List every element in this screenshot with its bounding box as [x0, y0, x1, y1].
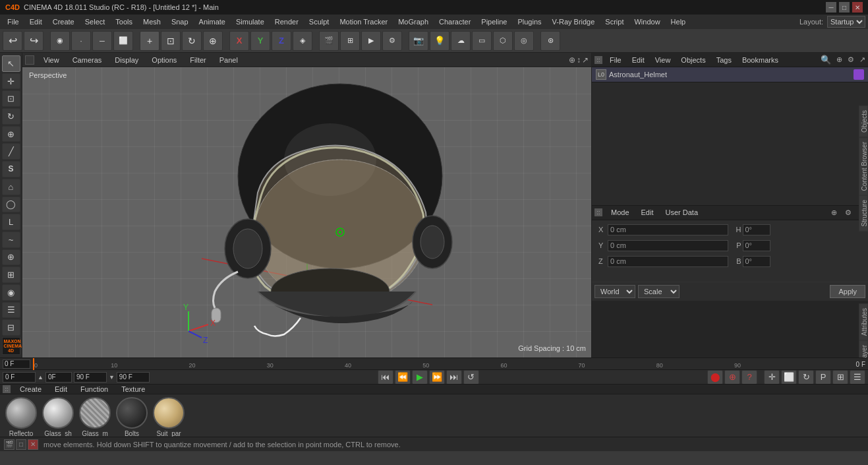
- menu-character[interactable]: Character: [434, 16, 475, 27]
- objects-icon1[interactable]: ⊕: [836, 55, 842, 64]
- spline-tool[interactable]: L: [2, 214, 20, 230]
- menu-snap[interactable]: Snap: [167, 16, 193, 27]
- texture-button[interactable]: ⬡: [493, 31, 513, 51]
- menu-simulate[interactable]: Simulate: [231, 16, 269, 27]
- add-tool[interactable]: ⊕: [2, 249, 20, 266]
- key-rotate-button[interactable]: ↻: [798, 370, 814, 385]
- light-button[interactable]: 💡: [430, 31, 449, 51]
- layout-dropdown[interactable]: Startup: [827, 16, 865, 28]
- tab-attributes[interactable]: Attributes: [859, 303, 868, 340]
- scale-tool-button[interactable]: ⊡: [161, 31, 181, 51]
- menu-window[interactable]: Window: [629, 16, 664, 27]
- attr-mode-button[interactable]: Mode: [608, 208, 633, 217]
- h-val-input[interactable]: 0°: [743, 224, 770, 235]
- attr-icon2[interactable]: ⚙: [845, 208, 852, 217]
- frame-start-value[interactable]: 0 F: [3, 359, 30, 369]
- camera-button[interactable]: 📷: [409, 31, 428, 51]
- menu-motion-tracker[interactable]: Motion Tracker: [335, 16, 392, 27]
- loop-button[interactable]: ↺: [463, 370, 479, 385]
- objects-icon2[interactable]: ⚙: [848, 55, 854, 64]
- layer-tool[interactable]: ☰: [2, 302, 20, 319]
- select-tool-button[interactable]: ↖: [2, 55, 20, 72]
- vp-menu-view[interactable]: View: [40, 55, 63, 65]
- statusbar-icon3[interactable]: ✕: [28, 439, 38, 450]
- goto-end-button[interactable]: ⏭: [446, 370, 462, 385]
- material-bolts[interactable]: Bolts: [116, 397, 148, 437]
- transform-tool-lt[interactable]: ⊕: [2, 126, 20, 142]
- axis-y-button[interactable]: Y: [250, 31, 270, 51]
- attr-edit-button[interactable]: Edit: [638, 208, 657, 217]
- vp-menu-filter[interactable]: Filter: [186, 55, 210, 65]
- deform-tool[interactable]: ~: [2, 232, 20, 248]
- menu-pipeline[interactable]: Pipeline: [477, 16, 511, 27]
- mat-create-button[interactable]: Create: [16, 385, 45, 394]
- vp-menu-display[interactable]: Display: [111, 55, 142, 65]
- viewport[interactable]: Perspective: [22, 67, 591, 357]
- vp-menu-options[interactable]: Options: [148, 55, 181, 65]
- house-tool[interactable]: ⌂: [2, 179, 20, 195]
- mode-edge-button[interactable]: ─: [92, 31, 112, 51]
- y-pos-input[interactable]: 0 cm: [608, 240, 728, 251]
- x-pos-input[interactable]: 0 cm: [608, 224, 728, 235]
- material-button[interactable]: ◎: [514, 31, 534, 51]
- viewport-menu-icon[interactable]: [25, 55, 34, 65]
- object-tag[interactable]: [854, 69, 864, 80]
- mode-poly-button[interactable]: ⬜: [113, 31, 133, 51]
- record-mode-button[interactable]: ⊕: [724, 370, 740, 385]
- tab-objects[interactable]: Objects: [859, 106, 868, 137]
- material-suit-par[interactable]: Suit_par: [153, 397, 185, 437]
- objects-file-button[interactable]: File: [606, 55, 625, 65]
- objects-edit-button[interactable]: Edit: [629, 55, 648, 65]
- axis-z-button[interactable]: Z: [272, 31, 291, 51]
- line-tool[interactable]: ╱: [2, 143, 20, 160]
- timeline-ruler[interactable]: 0 10 20 30 40 50 60 70 80 90: [33, 358, 854, 370]
- z-pos-input[interactable]: 0 cm: [608, 256, 728, 267]
- render-button[interactable]: ▶: [361, 31, 381, 51]
- material-reflecto[interactable]: Reflecto: [5, 397, 37, 437]
- p-val-input[interactable]: 0°: [743, 240, 770, 251]
- close-button[interactable]: ✕: [852, 2, 863, 13]
- menu-create[interactable]: Create: [48, 16, 79, 27]
- frame-total-end[interactable]: 90 F: [117, 372, 150, 383]
- frame-preview-start[interactable]: 0F: [45, 372, 72, 383]
- transform-mode-dropdown[interactable]: Scale Move Rotate: [638, 285, 680, 298]
- mat-edit-button[interactable]: Edit: [51, 385, 71, 394]
- frame-end-input[interactable]: 90 F: [74, 372, 107, 383]
- step-forward-button[interactable]: ⏩: [429, 370, 445, 385]
- menu-plugins[interactable]: Plugins: [513, 16, 546, 27]
- rotate-tool-lt[interactable]: ↻: [2, 108, 20, 125]
- circle-tool[interactable]: ◯: [2, 197, 20, 213]
- objects-tags-button[interactable]: Tags: [713, 55, 735, 65]
- menu-help[interactable]: Help: [666, 16, 691, 27]
- menu-edit[interactable]: Edit: [25, 16, 47, 27]
- transform-tool-button[interactable]: ⊕: [203, 31, 223, 51]
- mode-point-button[interactable]: ·: [71, 31, 91, 51]
- frame-arrow-down[interactable]: ▼: [109, 372, 115, 383]
- snap-button[interactable]: ⊛: [540, 31, 560, 51]
- mat-texture-button[interactable]: Texture: [117, 385, 149, 394]
- scale-tool-lt[interactable]: ⊡: [2, 90, 20, 107]
- coord-system-dropdown[interactable]: World Object Local: [594, 285, 635, 298]
- frame-arrow-up[interactable]: ▲: [38, 372, 43, 383]
- vp-menu-cameras[interactable]: Cameras: [69, 55, 106, 65]
- statusbar-icon2[interactable]: □: [16, 439, 26, 450]
- redo-button[interactable]: ↪: [24, 31, 43, 51]
- rotate-tool-button[interactable]: ↻: [182, 31, 202, 51]
- s-tool[interactable]: S: [2, 161, 20, 177]
- key-grid-button[interactable]: ⊞: [832, 370, 848, 385]
- move-tool-button[interactable]: +: [140, 31, 159, 51]
- box-tool[interactable]: ⊟: [2, 319, 20, 336]
- goto-start-button[interactable]: ⏮: [378, 370, 393, 385]
- render-region-button[interactable]: ⊞: [340, 31, 360, 51]
- key-select-button[interactable]: ⬜: [781, 370, 797, 385]
- menu-file[interactable]: File: [3, 16, 24, 27]
- axis-x-button[interactable]: X: [229, 31, 249, 51]
- sky-button[interactable]: ☁: [451, 31, 471, 51]
- search-icon[interactable]: 🔍: [821, 55, 831, 65]
- record-button[interactable]: ⬤: [707, 370, 723, 385]
- move-tool-lt[interactable]: ✛: [2, 73, 20, 90]
- key-options-button[interactable]: ☰: [850, 370, 865, 385]
- attr-userdata-button[interactable]: User Data: [662, 208, 702, 217]
- maximize-button[interactable]: □: [839, 2, 850, 13]
- objects-objects-button[interactable]: Objects: [678, 55, 709, 65]
